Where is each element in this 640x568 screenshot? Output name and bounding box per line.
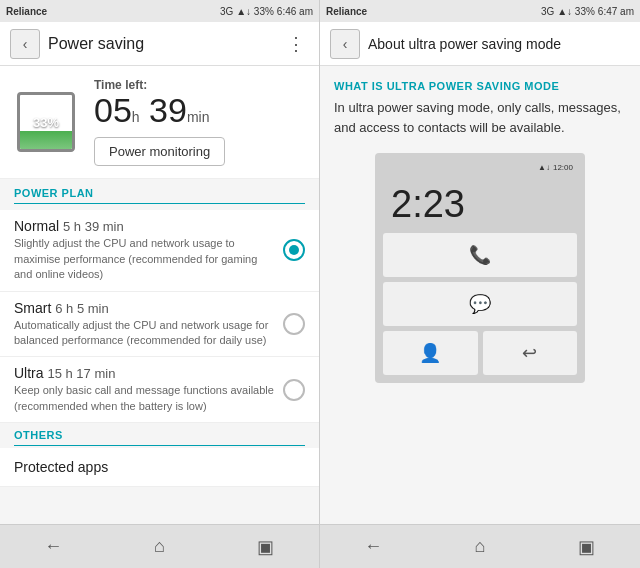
plan-normal-desc: Slightly adjust the CPU and network usag… (14, 236, 275, 282)
plan-normal-radio[interactable] (283, 239, 305, 261)
battery-hours: 05 (94, 91, 132, 129)
right-panel: Reliance 3G ▲↓ 33% 6:47 am ‹ About ultra… (320, 0, 640, 568)
left-back-nav[interactable]: ← (33, 532, 73, 562)
left-back-button[interactable]: ‹ (10, 29, 40, 59)
about-desc: In ultra power saving mode, only calls, … (334, 98, 626, 137)
about-section-title: WHAT IS ULTRA POWER SAVING MODE (334, 80, 626, 92)
right-toolbar-title: About ultra power saving mode (368, 36, 630, 52)
others-section: OTHERS (0, 423, 319, 448)
plan-smart-desc: Automatically adjust the CPU and network… (14, 318, 275, 349)
ups-clock: 2:23 (383, 179, 577, 228)
time-left-label: Time left: (94, 78, 305, 92)
power-monitoring-button[interactable]: Power monitoring (94, 137, 225, 166)
ups-time-display: 12:00 (553, 163, 573, 172)
left-time: 6:46 am (277, 6, 313, 17)
battery-body: 33% (17, 92, 75, 152)
right-recent-nav[interactable]: ▣ (567, 532, 607, 562)
left-home-nav[interactable]: ⌂ (139, 532, 179, 562)
plan-normal-title: Normal 5 h 39 min (14, 218, 275, 234)
ups-exit-btn: ↩ (483, 331, 578, 375)
battery-info: Time left: 05h 39min Power monitoring (94, 78, 305, 166)
plan-normal-content: Normal 5 h 39 min Slightly adjust the CP… (14, 218, 275, 282)
left-status-icons: 3G ▲↓ 33% 6:46 am (220, 6, 313, 17)
battery-percent: 33% (33, 115, 59, 130)
left-toolbar-title: Power saving (48, 35, 275, 53)
right-toolbar: ‹ About ultra power saving mode (320, 22, 640, 66)
plan-ultra-desc: Keep only basic call and message functio… (14, 383, 275, 414)
left-toolbar: ‹ Power saving ⋮ (0, 22, 319, 66)
right-status-icons: 3G ▲↓ 33% 6:47 am (541, 6, 634, 17)
ups-signal-icon: ▲↓ (538, 163, 550, 172)
left-bottom-nav: ← ⌂ ▣ (0, 524, 319, 568)
left-carrier: Reliance (6, 6, 47, 17)
power-plan-header: POWER PLAN (0, 179, 319, 203)
plan-ultra-content: Ultra 15 h 17 min Keep only basic call a… (14, 365, 275, 414)
plan-smart-radio[interactable] (283, 313, 305, 335)
left-panel: Reliance 3G ▲↓ 33% 6:46 am ‹ Power savin… (0, 0, 320, 568)
ups-phone-btn: 📞 (383, 233, 577, 277)
left-recent-nav[interactable]: ▣ (246, 532, 286, 562)
plan-smart-title: Smart 6 h 5 min (14, 300, 275, 316)
left-signal: 3G ▲↓ 33% (220, 6, 274, 17)
ups-app-row-2: 💬 (383, 282, 577, 326)
right-time: 6:47 am (598, 6, 634, 17)
plan-ultra-radio[interactable] (283, 379, 305, 401)
right-back-button[interactable]: ‹ (330, 29, 360, 59)
right-home-nav[interactable]: ⌂ (460, 532, 500, 562)
about-content: WHAT IS ULTRA POWER SAVING MODE In ultra… (320, 66, 640, 524)
ups-messages-btn: 💬 (383, 282, 577, 326)
power-plan-label: POWER PLAN (14, 187, 94, 199)
battery-nub (39, 92, 53, 93)
plan-ultra-title: Ultra 15 h 17 min (14, 365, 275, 381)
left-menu-button[interactable]: ⋮ (283, 29, 309, 59)
plan-item-ultra[interactable]: Ultra 15 h 17 min Keep only basic call a… (0, 357, 319, 423)
right-status-bar: Reliance 3G ▲↓ 33% 6:47 am (320, 0, 640, 22)
right-bottom-nav: ← ⌂ ▣ (320, 524, 640, 568)
ups-app-row-3: 👤 ↩ (383, 331, 577, 375)
battery-section: 33% Time left: 05h 39min Power monitorin… (0, 66, 319, 179)
power-plan-divider (14, 203, 305, 204)
plan-item-smart[interactable]: Smart 6 h 5 min Automatically adjust the… (0, 292, 319, 358)
minutes-unit: min (187, 109, 210, 125)
others-label: OTHERS (14, 429, 305, 441)
ups-app-row-1: 📞 (383, 233, 577, 277)
others-divider (14, 445, 305, 446)
hours-unit: h (132, 109, 140, 125)
right-signal: 3G ▲↓ 33% (541, 6, 595, 17)
plan-smart-content: Smart 6 h 5 min Automatically adjust the… (14, 300, 275, 349)
protected-apps-item[interactable]: Protected apps (0, 448, 319, 487)
ups-mockup: ▲↓ 12:00 2:23 📞 💬 👤 ↩ (375, 153, 585, 383)
left-status-bar: Reliance 3G ▲↓ 33% 6:46 am (0, 0, 319, 22)
right-back-nav[interactable]: ← (353, 532, 393, 562)
ups-contacts-btn: 👤 (383, 331, 478, 375)
time-display: 05h 39min (94, 92, 305, 129)
ups-status-bar: ▲↓ 12:00 (383, 161, 577, 174)
battery-icon: 33% (14, 90, 78, 154)
battery-fill (20, 131, 72, 149)
plan-item-normal[interactable]: Normal 5 h 39 min Slightly adjust the CP… (0, 210, 319, 291)
right-carrier: Reliance (326, 6, 367, 17)
battery-minutes: 39 (149, 91, 187, 129)
